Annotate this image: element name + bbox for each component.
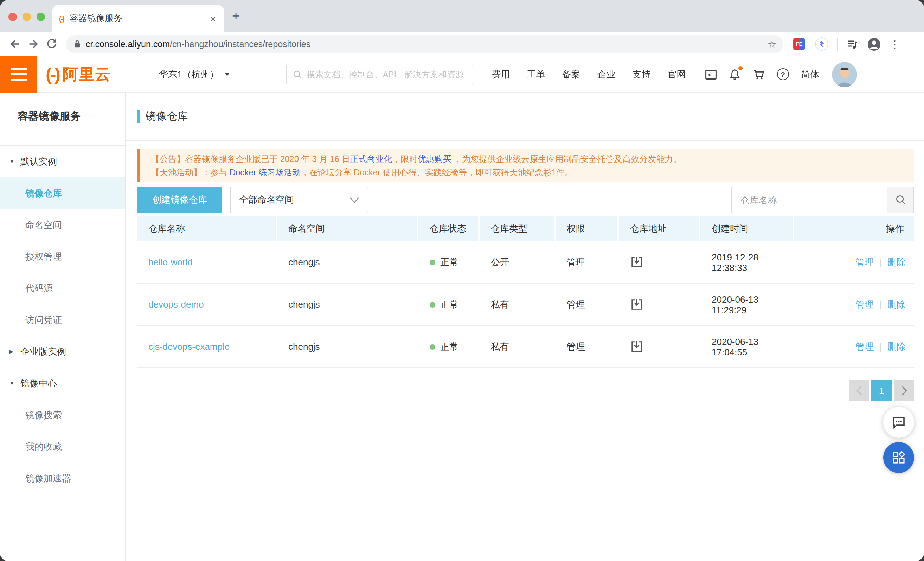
hamburger-menu-button[interactable] [0, 56, 37, 93]
sidebar-group-label: 企业版实例 [20, 345, 66, 358]
console-search-box[interactable] [286, 65, 473, 84]
browser-window: (-) 容器镜像服务 × + cr.console.aliyun.com/cn-… [0, 0, 924, 561]
action-divider: | [879, 341, 882, 352]
docker-playground-link[interactable]: Docker 练习场活动 [230, 167, 301, 177]
namespace-filter-value: 全部命名空间 [239, 194, 294, 206]
download-address-icon[interactable] [630, 340, 644, 353]
sidebar-item-my-favorites[interactable]: 我的收藏 [0, 431, 125, 462]
nav-item-enterprise[interactable]: 企业 [589, 68, 624, 81]
manage-link[interactable]: 管理 [855, 256, 874, 269]
cart-icon[interactable] [752, 68, 766, 81]
language-switcher[interactable]: 简体 [801, 68, 819, 81]
delete-link[interactable]: 删除 [887, 340, 906, 353]
sidebar-item-image-repositories[interactable]: 镜像仓库 [0, 177, 125, 209]
next-page-button[interactable] [894, 380, 914, 401]
download-address-icon[interactable] [630, 298, 644, 311]
nav-item-website[interactable]: 官网 [659, 68, 694, 81]
zoom-window-button[interactable] [37, 13, 45, 21]
sidebar-group-default-instance[interactable]: ▼ 默认实例 [0, 146, 125, 177]
repository-search-input[interactable] [731, 186, 887, 213]
manage-link[interactable]: 管理 [855, 298, 874, 311]
aliyun-logo[interactable]: (-) 阿里云 [46, 64, 111, 85]
repo-name-link[interactable]: devops-demo [148, 299, 204, 310]
back-icon[interactable] [6, 35, 24, 53]
repo-name-link[interactable]: hello-world [148, 257, 193, 268]
sidebar-item-image-search[interactable]: 镜像搜索 [0, 399, 125, 431]
tab-strip: (-) 容器镜像服务 × + [0, 0, 924, 32]
url-bar[interactable]: cr.console.aliyun.com/cn-hangzhou/instan… [66, 35, 783, 53]
browser-profile-icon[interactable] [867, 37, 881, 51]
close-window-button[interactable] [9, 13, 17, 21]
repo-created-time: 2019-12-28 12:38:33 [700, 241, 794, 283]
repository-search-button[interactable] [887, 186, 914, 213]
caret-right-icon: ▶ [9, 349, 18, 355]
discount-purchase-link[interactable]: 优惠购买 [417, 154, 451, 164]
nav-item-billing[interactable]: 费用 [483, 68, 518, 81]
bookmark-star-icon[interactable]: ☆ [768, 38, 776, 50]
sidebar-group-enterprise-instance[interactable]: ▶ 企业版实例 [0, 336, 125, 367]
fe-extension-icon[interactable]: FE [793, 38, 805, 50]
sidebar-group-image-center[interactable]: ▼ 镜像中心 [0, 367, 125, 399]
chevron-left-icon [856, 386, 862, 396]
sidebar-group-label: 默认实例 [20, 155, 57, 168]
nav-item-support[interactable]: 支持 [624, 68, 659, 81]
region-selector[interactable]: 华东1（杭州） [159, 68, 230, 81]
minimize-window-button[interactable] [22, 13, 31, 21]
tab-title: 容器镜像服务 [70, 13, 209, 25]
repo-address [619, 284, 700, 325]
manage-link[interactable]: 管理 [855, 340, 874, 353]
search-icon [895, 194, 906, 206]
url-path: /cn-hangzhou/instances/repositories [170, 39, 310, 49]
forward-icon[interactable] [24, 35, 42, 53]
namespace-filter-select[interactable]: 全部命名空间 [230, 186, 369, 213]
sidebar-title: 容器镜像服务 [0, 93, 125, 146]
feedback-chat-button[interactable] [883, 407, 914, 438]
sidebar-item-code-source[interactable]: 代码源 [0, 272, 125, 304]
repo-name-link[interactable]: cjs-devops-example [148, 341, 230, 352]
sidebar-item-namespaces[interactable]: 命名空间 [0, 209, 125, 241]
col-header-permission: 权限 [555, 216, 619, 241]
delete-link[interactable]: 删除 [887, 298, 906, 311]
console-apps-button[interactable] [883, 442, 914, 473]
repo-created-time: 2020-06-13 11:29:29 [700, 284, 794, 325]
col-header-type: 仓库类型 [480, 216, 555, 241]
browser-menu-icon[interactable]: ⋮ [890, 38, 900, 50]
tab-close-icon[interactable]: × [209, 13, 217, 24]
new-tab-button[interactable]: + [232, 9, 240, 24]
user-avatar[interactable] [832, 62, 857, 87]
table-header-row: 仓库名称 命名空间 仓库状态 仓库类型 权限 仓库地址 创建时间 操作 [137, 216, 914, 241]
help-icon[interactable]: ? [776, 68, 790, 80]
repo-permission: 管理 [555, 326, 619, 367]
nav-item-tickets[interactable]: 工单 [518, 68, 554, 81]
page-1-button[interactable]: 1 [871, 380, 892, 401]
region-caret-icon [224, 72, 230, 76]
col-header-status: 仓库状态 [418, 216, 480, 241]
create-repository-button[interactable]: 创建镜像仓库 [137, 186, 222, 213]
sidebar-item-access-credentials[interactable]: 访问凭证 [0, 304, 125, 336]
download-address-icon[interactable] [630, 256, 644, 269]
repo-actions: 管理|删除 [794, 241, 914, 283]
media-playlist-icon[interactable] [846, 38, 859, 50]
nav-item-icp[interactable]: 备案 [554, 68, 589, 81]
bird-extension-icon[interactable] [815, 37, 828, 51]
browser-tab[interactable]: (-) 容器镜像服务 × [52, 5, 224, 32]
console-search-input[interactable] [307, 69, 467, 79]
col-header-repo-name: 仓库名称 [137, 216, 277, 241]
cloudshell-icon[interactable]: >_ [704, 68, 718, 81]
lock-icon [73, 39, 82, 48]
sidebar-item-image-accelerator[interactable]: 镜像加速器 [0, 462, 125, 494]
commercialization-link[interactable]: 正式商业化 [350, 154, 392, 164]
title-marker [137, 110, 140, 123]
notifications-bell-icon[interactable] [728, 68, 742, 81]
col-header-namespace: 命名空间 [277, 216, 418, 241]
reload-icon[interactable] [42, 35, 60, 53]
prev-page-button[interactable] [849, 380, 869, 401]
sidebar-item-authorization[interactable]: 授权管理 [0, 241, 125, 272]
region-label: 华东1（杭州） [159, 68, 219, 81]
delete-link[interactable]: 删除 [887, 256, 906, 269]
url-domain: cr.console.aliyun.com [86, 39, 170, 49]
chevron-right-icon [901, 386, 907, 396]
repo-type: 私有 [480, 326, 555, 367]
status-dot [430, 302, 435, 307]
browser-toolbar: cr.console.aliyun.com/cn-hangzhou/instan… [0, 32, 924, 56]
